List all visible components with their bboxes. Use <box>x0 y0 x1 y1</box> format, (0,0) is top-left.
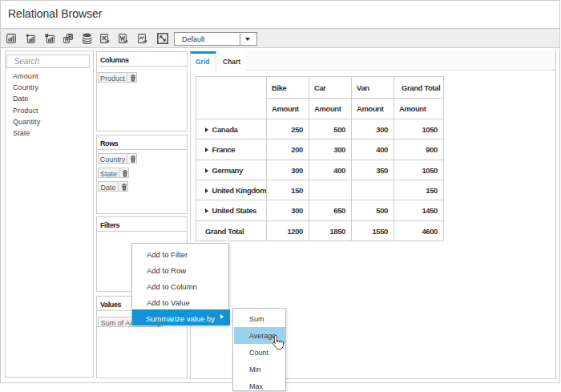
svg-text:R: R <box>65 37 69 42</box>
